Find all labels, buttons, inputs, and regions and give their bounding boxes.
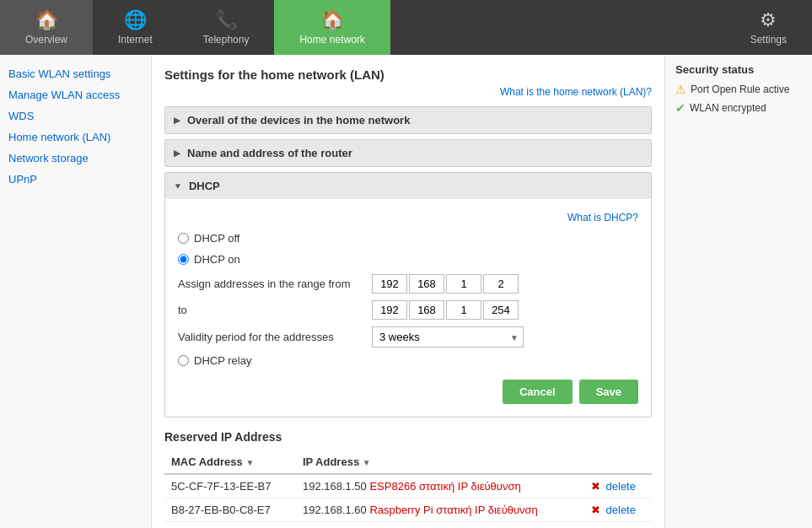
actions-header xyxy=(584,450,652,474)
row1-delete-link[interactable]: delete xyxy=(606,480,636,493)
range-to-octet3[interactable] xyxy=(446,300,481,320)
nav-internet-label: Internet xyxy=(118,34,153,46)
accordion-dhcp-header[interactable]: ▼ DHCP xyxy=(165,173,651,199)
table-row: B8-27-EB-B0-C8-E7 192.168.1.60 Raspberry… xyxy=(164,498,652,522)
cancel-button[interactable]: Cancel xyxy=(503,380,573,404)
internet-icon: 🌐 xyxy=(124,9,147,31)
row1-actions: ✖ delete xyxy=(584,474,652,498)
range-to-octet4[interactable] xyxy=(483,300,519,320)
validity-select[interactable]: 1 day 1 week 2 weeks 3 weeks 4 weeks 8 w… xyxy=(372,326,524,348)
range-from-octet3[interactable] xyxy=(446,274,481,294)
nav-telephony-label: Telephony xyxy=(203,34,250,46)
dhcp-off-radio[interactable] xyxy=(178,233,189,244)
table-header: MAC Address ▼ IP Address ▼ xyxy=(164,450,652,474)
row2-delete-link[interactable]: delete xyxy=(606,504,636,516)
mac-address-header[interactable]: MAC Address ▼ xyxy=(164,450,296,474)
ip-address-header-label: IP Address xyxy=(303,455,359,468)
sidebar: Basic WLAN settings Manage WLAN access W… xyxy=(0,55,152,528)
nav-settings[interactable]: ⚙ Settings xyxy=(725,0,812,55)
mac-sort-icon: ▼ xyxy=(245,458,254,467)
range-to-row: to xyxy=(178,300,638,320)
range-to-octet1[interactable] xyxy=(372,300,407,320)
accordion-dhcp-body: What is DHCP? DHCP off DHCP on Assign ad… xyxy=(165,199,651,417)
accordion-overall-label: Overall of the devices in the home netwo… xyxy=(187,114,410,127)
range-to-label: to xyxy=(178,304,372,316)
row1-ip: 192.168.1.50 ESP8266 στατική IP διεύθυνσ… xyxy=(296,474,584,498)
ok-icon: ✔ xyxy=(675,101,686,115)
warning-icon: ⚠ xyxy=(675,83,686,96)
overview-icon: 🏠 xyxy=(35,9,58,31)
range-to-octet2[interactable] xyxy=(409,300,444,320)
ip-address-header[interactable]: IP Address ▼ xyxy=(296,450,584,474)
table-body: 5C-CF-7F-13-EE-B7 192.168.1.50 ESP8266 σ… xyxy=(164,474,652,522)
sidebar-item-network-storage[interactable]: Network storage xyxy=(0,148,151,169)
range-from-octet2[interactable] xyxy=(409,274,444,294)
dhcp-off-label: DHCP off xyxy=(194,232,239,245)
sidebar-item-wds[interactable]: WDS xyxy=(0,105,151,127)
lan-help-link[interactable]: What is the home network (LAN)? xyxy=(164,86,652,98)
dhcp-on-radio[interactable] xyxy=(178,254,189,265)
accordion-name-address-label: Name and address of the router xyxy=(187,147,352,159)
validity-row: Validity period for the addresses 1 day … xyxy=(178,326,638,348)
row2-delete-x-icon[interactable]: ✖ xyxy=(591,504,600,516)
nav-overview[interactable]: 🏠 Overview xyxy=(0,0,93,55)
top-nav: 🏠 Overview 🌐 Internet 📞 Telephony 🏠 Home… xyxy=(0,0,812,55)
accordion-name-address: ▶ Name and address of the router xyxy=(164,139,652,167)
row2-ip: 192.168.1.60 Raspberry Pi στατική IP διε… xyxy=(296,498,584,522)
row1-ip-addr: 192.168.1.50 xyxy=(303,480,367,493)
nav-home-network[interactable]: 🏠 Home network xyxy=(274,0,390,55)
dhcp-relay-row: DHCP relay xyxy=(178,354,638,367)
sidebar-item-home-network-lan[interactable]: Home network (LAN) xyxy=(0,127,151,148)
save-button[interactable]: Save xyxy=(579,380,638,404)
security-item-wlan-encrypted: ✔ WLAN encrypted xyxy=(675,101,802,115)
reserved-title: Reserved IP Address xyxy=(164,430,652,444)
telephony-icon: 📞 xyxy=(215,9,238,31)
reserved-section: Reserved IP Address MAC Address ▼ IP Add… xyxy=(164,430,652,522)
accordion-name-address-header[interactable]: ▶ Name and address of the router xyxy=(165,140,651,166)
security-item-port-open: ⚠ Port Open Rule active xyxy=(675,83,802,96)
accordion-name-address-arrow: ▶ xyxy=(174,148,180,158)
dhcp-off-row: DHCP off xyxy=(178,232,638,245)
range-from-inputs xyxy=(372,274,519,294)
sidebar-item-manage-wlan[interactable]: Manage WLAN access xyxy=(0,84,151,105)
range-from-octet1[interactable] xyxy=(372,274,407,294)
validity-select-wrapper: 1 day 1 week 2 weeks 3 weeks 4 weeks 8 w… xyxy=(372,326,524,348)
nav-internet[interactable]: 🌐 Internet xyxy=(93,0,178,55)
right-panel: Security status ⚠ Port Open Rule active … xyxy=(664,55,812,528)
nav-home-network-label: Home network xyxy=(299,34,364,46)
row1-delete-x-icon[interactable]: ✖ xyxy=(591,480,600,493)
accordion-dhcp: ▼ DHCP What is DHCP? DHCP off DHCP on As… xyxy=(164,172,652,418)
accordion-overall: ▶ Overall of the devices in the home net… xyxy=(164,106,652,134)
accordion-overall-arrow: ▶ xyxy=(174,116,180,125)
row2-actions: ✖ delete xyxy=(584,498,652,522)
mac-address-header-label: MAC Address xyxy=(171,455,243,468)
main-layout: Basic WLAN settings Manage WLAN access W… xyxy=(0,55,812,528)
accordion-dhcp-arrow: ▼ xyxy=(174,181,182,191)
security-port-open-label: Port Open Rule active xyxy=(691,84,789,95)
sidebar-item-basic-wlan[interactable]: Basic WLAN settings xyxy=(0,63,151,84)
content-area: Settings for the home network (LAN) What… xyxy=(152,55,664,528)
row1-mac: 5C-CF-7F-13-EE-B7 xyxy=(164,474,296,498)
home-network-icon: 🏠 xyxy=(321,9,344,31)
range-from-label: Assign addresses in the range from xyxy=(178,277,372,290)
security-title: Security status xyxy=(675,63,802,76)
range-to-inputs xyxy=(372,300,519,320)
row2-ip-addr: 192.168.1.60 xyxy=(303,504,367,516)
nav-overview-label: Overview xyxy=(25,34,67,46)
nav-telephony[interactable]: 📞 Telephony xyxy=(178,0,275,55)
dhcp-on-label: DHCP on xyxy=(194,253,240,266)
sidebar-item-upnp[interactable]: UPnP xyxy=(0,169,151,190)
accordion-dhcp-label: DHCP xyxy=(189,180,220,192)
row2-device-name[interactable]: Raspberry Pi στατική IP διεύθυνση xyxy=(369,504,537,516)
dhcp-relay-radio[interactable] xyxy=(178,355,189,366)
accordion-overall-header[interactable]: ▶ Overall of the devices in the home net… xyxy=(165,107,651,133)
dhcp-relay-label: DHCP relay xyxy=(194,354,251,367)
settings-icon: ⚙ xyxy=(760,9,777,31)
page-title: Settings for the home network (LAN) xyxy=(164,67,652,82)
validity-label: Validity period for the addresses xyxy=(178,331,372,343)
button-row: Cancel Save xyxy=(178,380,638,404)
range-from-octet4[interactable] xyxy=(483,274,519,294)
range-from-row: Assign addresses in the range from xyxy=(178,274,638,294)
dhcp-help-link[interactable]: What is DHCP? xyxy=(178,212,638,224)
row1-device-name[interactable]: ESP8266 στατική IP διεύθυνση xyxy=(369,480,520,493)
